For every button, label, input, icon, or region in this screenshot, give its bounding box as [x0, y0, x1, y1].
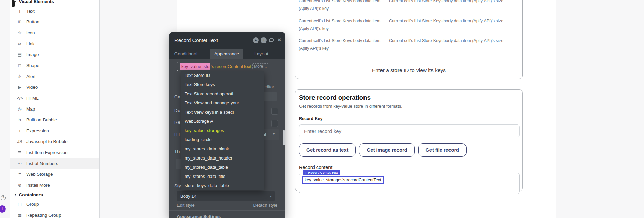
element-icon: ☆ [17, 30, 23, 35]
expression-more-button[interactable]: More... [252, 63, 268, 69]
sidebar-item-html[interactable]: </> HTML [10, 93, 99, 103]
autocomplete-option-my-stores-data-blank[interactable]: my_stores_data_blank [181, 144, 264, 153]
help-icon[interactable]: ? [1, 195, 6, 200]
expression-suffix[interactable]: 's recordContentText [211, 64, 251, 69]
expression-composer[interactable]: key_value_sto 's recordContentText More.… [177, 62, 268, 71]
palette-section-items: T Text ⊞ Button ☆ Icon ∞ Link [10, 5, 99, 190]
chevron-down-icon: ▾ [273, 132, 275, 136]
preview-play-icon[interactable]: ▶ [253, 37, 259, 43]
autocomplete-option-my-stores-data-title[interactable]: my_stores_data_title [181, 172, 264, 181]
sidebar-item-label: Map [26, 106, 35, 112]
sidebar-item-expression[interactable]: + Expression [10, 125, 99, 136]
element-icon: ▤ [17, 52, 23, 57]
panel-divider [169, 210, 285, 211]
element-icon: + [17, 128, 23, 133]
autocomplete-option-text-view-and-manage-your[interactable]: Text View and manage your [181, 98, 264, 107]
detach-style-link[interactable]: Detach style [253, 203, 277, 208]
palette-section-containers: ▾ Containers ▢ Group ▦ Repeating Group [10, 190, 99, 218]
autocomplete-option-text-view-keys-in-a-speci[interactable]: Text View keys in a speci [181, 107, 264, 117]
palette-scrollbar-thumb[interactable] [12, 0, 15, 7]
appearance-settings-header: Appearance Settings [177, 214, 221, 218]
keys-cell-size: Current cell's List Store Keys body data… [389, 37, 519, 52]
keys-row-: Current cell's List Store Keys body data… [295, 0, 522, 15]
label-fragment-re: Re [174, 120, 180, 125]
style-select-value: Body 14 [180, 194, 270, 199]
palette-section-visual-elements: ▾ Visual Elements T Text ⊞ Button [10, 0, 99, 190]
sidebar-item-install-more[interactable]: ⊕ Install More [10, 180, 99, 190]
sidebar-item-label: Expression [26, 128, 49, 133]
store-record-operations-card: Store record operations Get records from… [295, 89, 523, 191]
dropdown-scrollbar-thumb[interactable] [283, 130, 285, 145]
element-icon: ⊞ [17, 19, 23, 24]
sidebar-item-javascript-to-bubble[interactable]: JS Javascript to Bubble [10, 136, 99, 147]
record-button-get-image-record[interactable]: Get image record [359, 143, 414, 157]
label-fragment-do: Do [174, 108, 180, 113]
info-icon[interactable]: i [261, 37, 267, 43]
sidebar-item-web-storage[interactable]: ≡ Web Storage [10, 169, 99, 180]
keys-cell-key: Current cell's List Store Keys body data… [299, 37, 384, 52]
sidebar-item-shape[interactable]: □ Shape [10, 60, 99, 71]
element-icon: ⊕ [17, 183, 23, 188]
user-badge[interactable]: I [0, 205, 6, 213]
sidebar-item-built-on-bubble[interactable]: b Built on Bubble [10, 114, 99, 125]
checkbox-1[interactable] [271, 108, 278, 115]
sidebar-item-label: Image [26, 52, 39, 57]
chevron-down-icon: ▾ [15, 193, 16, 196]
sidebar-item-group[interactable]: ▢ Group [10, 199, 99, 209]
tab-layout[interactable]: Layout [245, 49, 278, 59]
keys-row-: Current cell's List Store Keys body data… [295, 15, 522, 35]
element-icon: ⋯ [17, 161, 23, 166]
autocomplete-option-text-store-id[interactable]: Text Store ID [181, 71, 264, 80]
checkbox-2[interactable] [271, 120, 278, 127]
autocomplete-option-my-stores-data-header[interactable]: my_stores_data_header [181, 153, 264, 163]
sidebar-item-video[interactable]: ▶ Video [10, 82, 99, 93]
expression-selected-token[interactable]: key_value_sto [180, 63, 210, 70]
panel-header[interactable]: Record Contet Text ▶ i × [169, 32, 285, 48]
element-icon: ∞ [17, 41, 23, 46]
sidebar-item-map[interactable]: ◎ Map [10, 103, 99, 114]
sidebar-item-button[interactable]: ⊞ Button [10, 16, 99, 27]
sidebar-item-link[interactable]: ∞ Link [10, 38, 99, 49]
style-select[interactable]: Body 14 ▾ [177, 191, 275, 201]
sidebar-item-list-item-expression[interactable]: ≣ List Item Expression [10, 147, 99, 158]
record-key-label: Record Key [299, 116, 519, 121]
autocomplete-option-key-value-storages[interactable]: key_value_storages [181, 126, 264, 135]
sidebar-item-repeating-group[interactable]: ▦ Repeating Group [10, 209, 99, 218]
palette-section-header[interactable]: ▾ Visual Elements [10, 0, 99, 5]
keys-cell-key: Current cell's List Store Keys body data… [299, 0, 384, 12]
sidebar-item-label: Install More [26, 183, 50, 188]
comment-icon[interactable] [269, 37, 274, 43]
autocomplete-option-text-store-record-operati[interactable]: Text Store record operati [181, 89, 264, 98]
record-button-get-file-record[interactable]: Get file record [418, 143, 467, 157]
close-icon[interactable]: × [276, 37, 282, 43]
autocomplete-option-text-store-keys[interactable]: Text Store keys [181, 80, 264, 89]
tab-conditional[interactable]: Conditional [169, 49, 202, 59]
sidebar-item-list-of-numbers[interactable]: ⋯ List of Numbers [10, 158, 99, 169]
sidebar-item-label: Group [26, 202, 39, 207]
sidebar-item-label: Shape [26, 63, 39, 68]
autocomplete-option-my-stores-data-table[interactable]: my_stores_data_table [181, 163, 264, 172]
sidebar-item-text[interactable]: T Text [10, 5, 99, 16]
palette-section-header[interactable]: ▾ Containers [10, 190, 99, 199]
text-element-icon: T [305, 171, 307, 174]
sidebar-item-label: Link [26, 41, 35, 46]
autocomplete-option-webstorage-a[interactable]: WebStorage A [181, 117, 264, 126]
edit-style-link[interactable]: Edit style [177, 203, 195, 208]
style-label-fragment: Sty [174, 183, 181, 188]
record-content-box: T Record Contet Text key_value_storages'… [299, 173, 520, 194]
selected-text-element[interactable]: key_value_storages's recordContentText [303, 177, 383, 183]
sidebar-item-image[interactable]: ▤ Image [10, 49, 99, 60]
panel-tabbar: AppearanceLayoutConditional [169, 48, 285, 59]
autocomplete-option-store-keys-data-table[interactable]: store_keys_data_table [181, 181, 264, 190]
record-key-input[interactable] [299, 124, 520, 137]
tab-appearance[interactable]: Appearance [210, 49, 243, 59]
sidebar-item-icon[interactable]: ☆ Icon [10, 27, 99, 38]
palette-sections: ▾ Visual Elements T Text ⊞ Button [10, 0, 99, 218]
sidebar-item-alert[interactable]: ⚠ Alert [10, 71, 99, 82]
record-button-get-record-as-text[interactable]: Get record as text [299, 143, 356, 157]
selected-element-tag-label: Record Contet Text [308, 171, 338, 174]
keys-row-: Current cell's List Store Keys body data… [295, 35, 522, 54]
comment-bubble-shape [269, 38, 274, 42]
autocomplete-option-loading-circle[interactable]: loading_circle [181, 135, 264, 144]
style-links-row: Edit style Detach style [177, 203, 277, 208]
